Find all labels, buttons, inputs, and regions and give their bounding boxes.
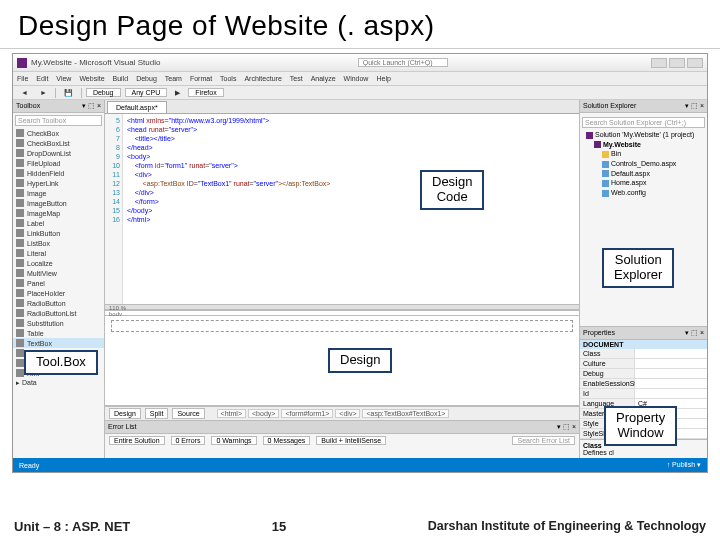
- toolbox-search-input[interactable]: Search Toolbox: [15, 115, 102, 126]
- project-node[interactable]: My.Website: [582, 140, 705, 150]
- forward-button[interactable]: ►: [36, 88, 51, 97]
- toolbox-item-imagemap[interactable]: ImageMap: [13, 208, 104, 218]
- toolbox-item-imagebutton[interactable]: ImageButton: [13, 198, 104, 208]
- quick-launch-input[interactable]: [358, 58, 448, 67]
- menu-debug[interactable]: Debug: [136, 75, 157, 82]
- toolbox-item-listbox[interactable]: ListBox: [13, 238, 104, 248]
- code-editor[interactable]: 5678910111213141516 <html xmlns="http://…: [105, 114, 579, 304]
- menu-window[interactable]: Window: [344, 75, 369, 82]
- close-button[interactable]: [687, 58, 703, 68]
- control-icon: [16, 189, 24, 197]
- tag-navigator[interactable]: <html><body><form#form1><div><asp:TextBo…: [217, 409, 450, 418]
- solution-node[interactable]: Solution 'My.Website' (1 project): [582, 130, 705, 140]
- maximize-button[interactable]: [669, 58, 685, 68]
- toolbox-item-substitution[interactable]: Substitution: [13, 318, 104, 328]
- split-tab[interactable]: Split: [145, 408, 169, 419]
- save-button[interactable]: 💾: [60, 88, 77, 98]
- property-row[interactable]: Class: [580, 349, 707, 359]
- back-button[interactable]: ◄: [17, 88, 32, 97]
- menu-website[interactable]: Website: [79, 75, 104, 82]
- menu-edit[interactable]: Edit: [36, 75, 48, 82]
- toolbox-item-hiddenfield[interactable]: HiddenField: [13, 168, 104, 178]
- control-icon: [16, 169, 24, 177]
- platform-dropdown[interactable]: Any CPU: [125, 88, 168, 97]
- toolbox-item-image[interactable]: Image: [13, 188, 104, 198]
- property-row[interactable]: Culture: [580, 359, 707, 369]
- toolbox-item-placeholder[interactable]: PlaceHolder: [13, 288, 104, 298]
- vs-titlebar: My.Website - Microsoft Visual Studio: [13, 54, 707, 72]
- errors-count[interactable]: 0 Errors: [171, 436, 206, 445]
- view-mode-tabs: Design Split Source <html><body><form#fo…: [105, 406, 579, 420]
- toolbox-header: Toolbox▾ ⬚ ×: [13, 100, 104, 113]
- menu-view[interactable]: View: [56, 75, 71, 82]
- control-icon: [16, 309, 24, 317]
- warnings-count[interactable]: 0 Warnings: [211, 436, 256, 445]
- control-icon: [16, 139, 24, 147]
- toolbox-item-multiview[interactable]: MultiView: [13, 268, 104, 278]
- control-icon: [16, 249, 24, 257]
- menu-bar: FileEditViewWebsiteBuildDebugTeamFormatT…: [13, 72, 707, 86]
- control-icon: [16, 129, 24, 137]
- callout-property-window: PropertyWindow: [604, 406, 677, 446]
- toolbox-item-textbox[interactable]: TextBox: [13, 338, 104, 348]
- source-tab[interactable]: Source: [172, 408, 204, 419]
- solution-explorer-header: Solution Explorer▾ ⬚ ×: [580, 100, 707, 113]
- menu-help[interactable]: Help: [376, 75, 390, 82]
- toolbox-item-literal[interactable]: Literal: [13, 248, 104, 258]
- callout-design-code: DesignCode: [420, 170, 484, 210]
- build-filter[interactable]: Build + IntelliSense: [316, 436, 386, 445]
- toolbox-item-checkboxlist[interactable]: CheckBoxList: [13, 138, 104, 148]
- menu-architecture[interactable]: Architecture: [244, 75, 281, 82]
- toolbox-item-radiobuttonlist[interactable]: RadioButtonList: [13, 308, 104, 318]
- unit-label: Unit – 8 : ASP. NET: [14, 519, 130, 534]
- pin-icon[interactable]: ▾ ⬚ ×: [82, 102, 101, 110]
- solution-item[interactable]: Controls_Demo.aspx: [582, 159, 705, 169]
- control-icon: [16, 149, 24, 157]
- toolbox-item-label[interactable]: Label: [13, 218, 104, 228]
- error-filter-dropdown[interactable]: Entire Solution: [109, 436, 165, 445]
- solution-item[interactable]: Home.aspx: [582, 178, 705, 188]
- toolbox-item-fileupload[interactable]: FileUpload: [13, 158, 104, 168]
- toolbox-item-localize[interactable]: Localize: [13, 258, 104, 268]
- design-tab[interactable]: Design: [109, 408, 141, 419]
- error-search-input[interactable]: Search Error List: [512, 436, 575, 445]
- menu-build[interactable]: Build: [113, 75, 129, 82]
- menu-analyze[interactable]: Analyze: [311, 75, 336, 82]
- property-row[interactable]: Debug: [580, 369, 707, 379]
- browser-dropdown[interactable]: Firefox: [188, 88, 223, 97]
- control-icon: [16, 369, 24, 377]
- toolbox-group-data[interactable]: ▸ Data: [13, 378, 104, 388]
- toolbox-item-dropdownlist[interactable]: DropDownList: [13, 148, 104, 158]
- document-tabs: Default.aspx*: [105, 100, 579, 114]
- messages-count[interactable]: 0 Messages: [263, 436, 311, 445]
- publish-button[interactable]: ↑ Publish ▾: [667, 461, 701, 469]
- control-icon: [16, 339, 24, 347]
- menu-format[interactable]: Format: [190, 75, 212, 82]
- toolbox-item-radiobutton[interactable]: RadioButton: [13, 298, 104, 308]
- solution-explorer-tree[interactable]: Search Solution Explorer (Ctrl+;) Soluti…: [580, 113, 707, 326]
- menu-tools[interactable]: Tools: [220, 75, 236, 82]
- menu-team[interactable]: Team: [165, 75, 182, 82]
- property-row[interactable]: EnableSessionState: [580, 379, 707, 389]
- minimize-button[interactable]: [651, 58, 667, 68]
- toolbox-item-checkbox[interactable]: CheckBox: [13, 128, 104, 138]
- slide-footer: Unit – 8 : ASP. NET 15 Darshan Institute…: [0, 512, 720, 540]
- callout-toolbox: Tool.Box: [24, 350, 98, 375]
- toolbox-item-panel[interactable]: Panel: [13, 278, 104, 288]
- tab-default-aspx[interactable]: Default.aspx*: [107, 101, 167, 113]
- menu-file[interactable]: File: [17, 75, 28, 82]
- main-toolbar: ◄ ► 💾 Debug Any CPU ▶ Firefox: [13, 86, 707, 100]
- toolbox-item-linkbutton[interactable]: LinkButton: [13, 228, 104, 238]
- toolbox-item-hyperlink[interactable]: HyperLink: [13, 178, 104, 188]
- control-icon: [16, 269, 24, 277]
- property-row[interactable]: Id: [580, 389, 707, 399]
- solution-item[interactable]: Bin: [582, 149, 705, 159]
- toolbox-item-table[interactable]: Table: [13, 328, 104, 338]
- start-button[interactable]: ▶: [171, 88, 184, 98]
- solution-item[interactable]: Web.config: [582, 188, 705, 198]
- solution-item[interactable]: Default.aspx: [582, 169, 705, 179]
- config-dropdown[interactable]: Debug: [86, 88, 121, 97]
- menu-test[interactable]: Test: [290, 75, 303, 82]
- solution-search-input[interactable]: Search Solution Explorer (Ctrl+;): [582, 117, 705, 128]
- callout-design: Design: [328, 348, 392, 373]
